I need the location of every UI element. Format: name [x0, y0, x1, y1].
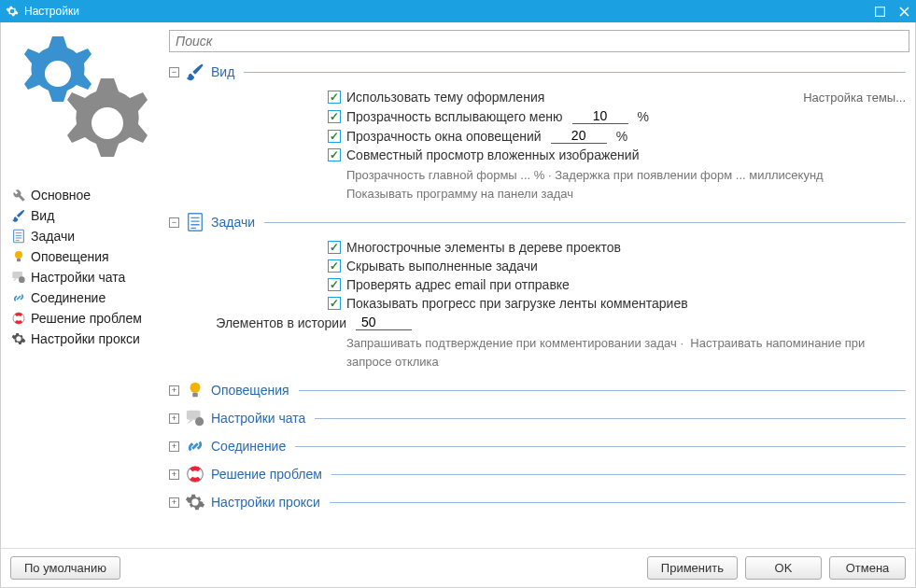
sidebar-item-troubleshoot[interactable]: Решение проблем: [10, 308, 162, 329]
section-title: Задачи: [211, 215, 255, 230]
lifebuoy-icon: [185, 464, 205, 484]
label-popup-transparency: Прозрачность всплывающего меню: [346, 109, 563, 124]
sidebar-item-label: Основное: [31, 188, 91, 203]
checkbox-show-progress[interactable]: [328, 297, 341, 310]
brush-icon: [10, 207, 27, 224]
sidebar-item-view[interactable]: Вид: [10, 205, 162, 226]
expand-icon[interactable]: +: [169, 441, 179, 452]
section-troubleshoot: + Решение проблем: [169, 464, 906, 484]
section-header-notifications[interactable]: + Оповещения: [169, 380, 906, 400]
checkbox-shared-view[interactable]: [328, 148, 341, 161]
section-title: Вид: [211, 64, 234, 79]
section-header-troubleshoot[interactable]: + Решение проблем: [169, 464, 906, 484]
section-header-connection[interactable]: + Соединение: [169, 436, 906, 456]
sidebar-item-proxy[interactable]: Настройки прокси: [10, 329, 162, 349]
link-icon: [185, 436, 205, 456]
svg-rect-5: [17, 259, 21, 261]
section-title: Настройки прокси: [211, 495, 320, 510]
label-percent: %: [616, 129, 627, 144]
input-popup-transparency[interactable]: [572, 108, 628, 124]
expand-icon[interactable]: +: [169, 497, 179, 508]
label-show-progress: Показывать прогресс при загрузке ленты к…: [346, 296, 688, 311]
brush-icon: [185, 62, 205, 82]
sidebar-item-label: Настройки прокси: [31, 331, 140, 346]
divider: [299, 390, 906, 391]
search-input[interactable]: [169, 30, 909, 52]
sidebar-item-label: Оповещения: [31, 249, 109, 264]
checkbox-use-theme[interactable]: [328, 91, 341, 104]
sidebar-item-label: Вид: [31, 208, 54, 223]
divider: [331, 474, 906, 475]
section-title: Решение проблем: [211, 467, 322, 482]
sidebar-item-chat[interactable]: Настройки чата: [10, 267, 162, 287]
svg-point-2: [92, 107, 123, 139]
collapse-icon[interactable]: −: [169, 67, 179, 77]
expand-icon[interactable]: +: [169, 385, 179, 396]
sidebar-item-label: Соединение: [31, 290, 106, 305]
cancel-button[interactable]: Отмена: [829, 556, 906, 580]
divider: [315, 418, 906, 419]
checkbox-multiline[interactable]: [328, 241, 341, 254]
window-title: Настройки: [24, 5, 873, 18]
svg-point-14: [195, 417, 204, 426]
section-tasks: − Задачи Многострочные элементы в дереве…: [169, 212, 906, 374]
label-multiline: Многострочные элементы в дереве проектов: [346, 240, 621, 255]
label-check-email: Проверять адрес email при отправке: [346, 277, 570, 292]
label-use-theme: Использовать тему оформления: [346, 90, 544, 105]
label-history: Элементов в истории: [206, 315, 346, 330]
close-button[interactable]: [897, 5, 910, 18]
window-titlebar: Настройки: [0, 0, 916, 22]
checkbox-hide-done[interactable]: [328, 259, 341, 273]
sidebar-item-connection[interactable]: Соединение: [10, 287, 162, 308]
divider: [330, 502, 906, 503]
section-header-view[interactable]: − Вид: [169, 62, 906, 82]
section-header-chat[interactable]: + Настройки чата: [169, 408, 906, 428]
bulb-icon: [185, 380, 205, 400]
section-title: Оповещения: [211, 383, 289, 398]
settings-icon: [6, 5, 19, 18]
checkbox-check-email[interactable]: [328, 278, 341, 291]
svg-rect-0: [875, 7, 884, 16]
document-icon: [185, 212, 205, 232]
link-icon: [10, 289, 27, 306]
section-header-tasks[interactable]: − Задачи: [169, 212, 906, 232]
sidebar-item-notifications[interactable]: Оповещения: [10, 246, 162, 267]
label-percent: %: [638, 109, 649, 124]
theme-settings-link[interactable]: Настройка темы...: [803, 91, 906, 105]
label-hide-done: Скрывать выполненные задачи: [346, 259, 538, 273]
chat-settings-icon: [185, 408, 205, 428]
sidebar-item-tasks[interactable]: Задачи: [10, 226, 162, 246]
input-history[interactable]: [356, 315, 412, 330]
label-shared-view: Совместный просмотр вложенных изображени…: [346, 147, 639, 162]
ok-button[interactable]: OK: [745, 556, 822, 580]
checkbox-popup-transparency[interactable]: [328, 110, 341, 123]
settings-scrollpane[interactable]: − Вид Использовать тему оформления: [169, 58, 909, 548]
checkbox-notify-transparency[interactable]: [328, 130, 341, 143]
label-notify-transparency: Прозрачность окна оповещений: [346, 129, 542, 144]
collapse-icon[interactable]: −: [169, 217, 179, 228]
sidebar-item-label: Задачи: [31, 229, 75, 244]
chat-settings-icon: [10, 269, 27, 286]
gears-illustration: [16, 32, 156, 172]
sidebar: Основное Вид Задачи: [1, 22, 169, 548]
expand-icon[interactable]: +: [169, 469, 179, 480]
section-title: Соединение: [211, 439, 286, 454]
lifebuoy-icon: [10, 310, 27, 327]
section-view: − Вид Использовать тему оформления: [169, 62, 906, 206]
svg-rect-12: [192, 393, 198, 398]
apply-button[interactable]: Применить: [647, 556, 738, 580]
svg-point-1: [45, 61, 71, 87]
sidebar-item-label: Настройки чата: [31, 270, 125, 285]
bottom-bar: По умолчанию Применить OK Отмена: [1, 548, 915, 587]
svg-point-4: [15, 251, 22, 259]
section-proxy: + Настройки прокси: [169, 492, 906, 512]
document-icon: [10, 228, 27, 245]
expand-icon[interactable]: +: [169, 413, 179, 424]
sidebar-item-general[interactable]: Основное: [10, 185, 162, 205]
divider: [244, 72, 906, 73]
defaults-button[interactable]: По умолчанию: [10, 556, 120, 580]
svg-point-7: [19, 276, 25, 283]
maximize-button[interactable]: [873, 5, 886, 18]
input-notify-transparency[interactable]: [551, 128, 607, 144]
section-header-proxy[interactable]: + Настройки прокси: [169, 492, 906, 512]
